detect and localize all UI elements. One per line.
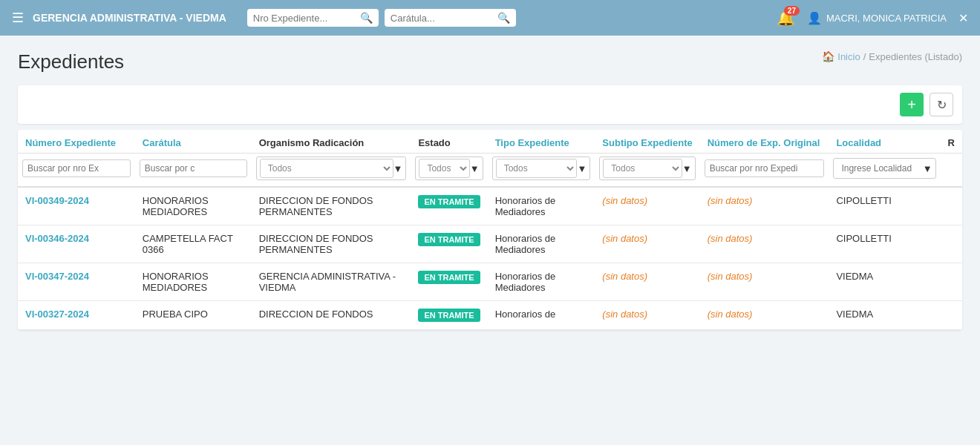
table-row: VI-00327-2024 PRUEBA CIPO DIRECCION DE F… [18,301,962,330]
refresh-button[interactable]: ↻ [930,93,953,116]
cell-organismo: GERENCIA ADMINISTRATIVA - VIEDMA [252,263,411,301]
caratula-search-icon[interactable]: 🔍 [497,12,510,24]
table-row: VI-00349-2024 HONORARIOS MEDIADORES DIRE… [18,187,962,225]
col-header-tipo: Tipo Expediente [488,130,595,154]
chevron-down-icon: ▼ [393,163,403,174]
expediente-link[interactable]: VI-00349-2024 [25,195,89,206]
cell-localidad: VIEDMA [829,263,940,301]
filter-organismo-wrap: Todos ▼ [256,156,407,180]
chevron-down-icon-tipo: ▼ [577,163,587,174]
cell-localidad: CIPOLLETTI [829,225,940,263]
col-header-organismo: Organismo Radicación [252,130,411,154]
page-title: Expedientes [18,50,124,73]
filter-tipo-cell: Todos ▼ [488,154,595,188]
cell-subtipo: (sin datos) [595,187,699,225]
status-badge: EN TRAMITE [418,271,480,284]
table-row: VI-00346-2024 CAMPETELLA FACT 0366 DIREC… [18,225,962,263]
filter-localidad-cell: ▼ [829,154,940,188]
table-body: VI-00349-2024 HONORARIOS MEDIADORES DIRE… [18,187,962,330]
cell-estado: EN TRAMITE [411,225,487,263]
expand-icon[interactable]: ✕ [958,11,968,25]
filter-estado-wrap: Todos ▼ [415,156,483,180]
page-header: Expedientes 🏠 Inicio / Expedientes (List… [18,50,962,73]
status-badge: EN TRAMITE [418,233,480,246]
cell-subtipo: (sin datos) [595,225,699,263]
cell-subtipo: (sin datos) [595,263,699,301]
header-search-group: 🔍 🔍 [247,9,516,27]
filter-num-expediente-cell [18,154,135,188]
breadcrumb-separator: / [863,51,866,62]
cell-estado: EN TRAMITE [411,263,487,301]
caratula-search-input[interactable] [391,13,494,24]
cell-estado: EN TRAMITE [411,187,487,225]
filter-r-cell [941,154,962,188]
expedientes-table-container: Número Expediente Carátula Organismo Rad… [18,130,962,330]
expediente-link[interactable]: VI-00347-2024 [25,271,89,282]
cell-tipo: Honorarios de Mediadores [488,187,595,225]
col-header-r: R [941,130,962,154]
toolbar: + ↻ [18,85,962,124]
menu-icon[interactable]: ☰ [12,10,24,26]
filter-localidad-wrap: ▼ [833,158,935,179]
status-badge: EN TRAMITE [418,309,480,322]
cell-caratula: HONORARIOS MEDIADORES [135,187,252,225]
filter-num-expediente[interactable] [22,159,131,177]
filter-subtipo-select[interactable]: Todos [603,159,682,178]
filter-subtipo-cell: Todos ▼ [595,154,699,188]
filter-tipo-select[interactable]: Todos [496,159,578,178]
cell-tipo: Honorarios de Mediadores [488,225,595,263]
cell-caratula: HONORARIOS MEDIADORES [135,263,252,301]
breadcrumb-home-link[interactable]: Inicio [837,51,860,62]
caratula-search-box: 🔍 [385,9,516,27]
table-filter-row: Todos ▼ Todos ▼ [18,154,962,188]
expediente-search-box: 🔍 [247,9,379,27]
filter-tipo-wrap: Todos ▼ [492,156,591,180]
cell-localidad: VIEDMA [829,301,940,330]
cell-r [941,225,962,263]
home-icon: 🏠 [822,50,834,62]
cell-r [941,187,962,225]
filter-organismo-select[interactable]: Todos [260,159,393,178]
status-badge: EN TRAMITE [418,195,480,208]
cell-organismo: DIRECCION DE FONDOS [252,301,411,330]
expediente-link[interactable]: VI-00346-2024 [25,233,89,244]
table-header-row: Número Expediente Carátula Organismo Rad… [18,130,962,154]
breadcrumb: 🏠 Inicio / Expedientes (Listado) [822,50,962,62]
notification-badge: 27 [784,6,800,16]
expediente-search-input[interactable] [253,13,357,24]
cell-caratula: CAMPETELLA FACT 0366 [135,225,252,263]
cell-r [941,301,962,330]
user-icon: 👤 [807,11,822,25]
user-name: MACRI, MONICA PATRICIA [826,13,947,24]
notification-bell[interactable]: 🔔 27 [777,9,795,27]
filter-subtipo-wrap: Todos ▼ [599,156,695,180]
page-content: Expedientes 🏠 Inicio / Expedientes (List… [0,36,980,345]
header-right: 🔔 27 👤 MACRI, MONICA PATRICIA ✕ [777,9,968,27]
col-header-num-exp-original: Número de Exp. Original [700,130,829,154]
cell-organismo: DIRECCION DE FONDOS PERMANENTES [252,225,411,263]
cell-num-expediente: VI-00347-2024 [18,263,135,301]
expediente-search-icon[interactable]: 🔍 [360,12,373,24]
col-header-localidad: Localidad [829,130,940,154]
expediente-link[interactable]: VI-00327-2024 [25,309,89,320]
app-header: ☰ GERENCIA ADMINISTRATIVA - VIEDMA 🔍 🔍 🔔… [0,0,980,36]
cell-num-exp-original: (sin datos) [700,263,829,301]
col-header-caratula: Carátula [135,130,252,154]
add-button[interactable]: + [900,93,924,116]
cell-localidad: CIPOLLETTI [829,187,940,225]
app-title: GERENCIA ADMINISTRATIVA - VIEDMA [33,12,226,24]
cell-tipo: Honorarios de [488,301,595,330]
chevron-down-icon-estado: ▼ [470,163,480,174]
cell-r [941,263,962,301]
cell-num-expediente: VI-00346-2024 [18,225,135,263]
cell-num-expediente: VI-00349-2024 [18,187,135,225]
table-row: VI-00347-2024 HONORARIOS MEDIADORES GERE… [18,263,962,301]
user-menu[interactable]: 👤 MACRI, MONICA PATRICIA [807,11,947,25]
filter-num-exp-original[interactable] [705,159,825,177]
col-header-estado: Estado [411,130,487,154]
chevron-down-icon-subtipo: ▼ [682,163,692,174]
filter-caratula[interactable] [140,159,247,177]
cell-num-expediente: VI-00327-2024 [18,301,135,330]
filter-estado-select[interactable]: Todos [419,159,469,178]
filter-localidad-input[interactable] [837,160,922,177]
